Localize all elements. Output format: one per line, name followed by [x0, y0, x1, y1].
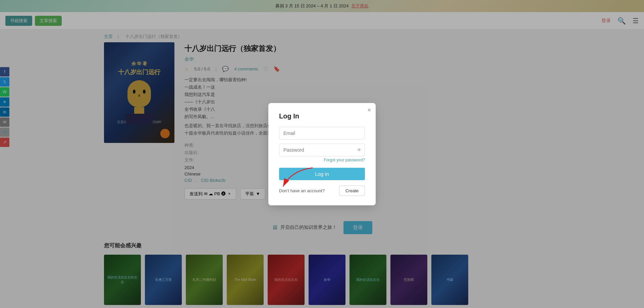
no-account-text: Don't have an account?	[279, 188, 325, 193]
forgot-password-link[interactable]: Forgot your password?	[279, 158, 365, 162]
login-submit-button[interactable]: Log In	[279, 168, 365, 180]
close-icon[interactable]: ×	[367, 107, 371, 113]
email-field[interactable]	[279, 127, 365, 140]
modal-title: Log In	[279, 112, 365, 120]
password-wrapper: 👁	[279, 144, 365, 156]
eye-icon[interactable]: 👁	[357, 147, 362, 153]
login-modal: × Log In 👁 Forgot your password? Log In …	[268, 103, 376, 205]
password-field[interactable]	[279, 144, 365, 156]
create-account-button[interactable]: Create	[339, 186, 365, 196]
modal-footer: Don't have an account? Create	[279, 186, 365, 196]
modal-overlay[interactable]: × Log In 👁 Forgot your password? Log In …	[0, 0, 644, 308]
